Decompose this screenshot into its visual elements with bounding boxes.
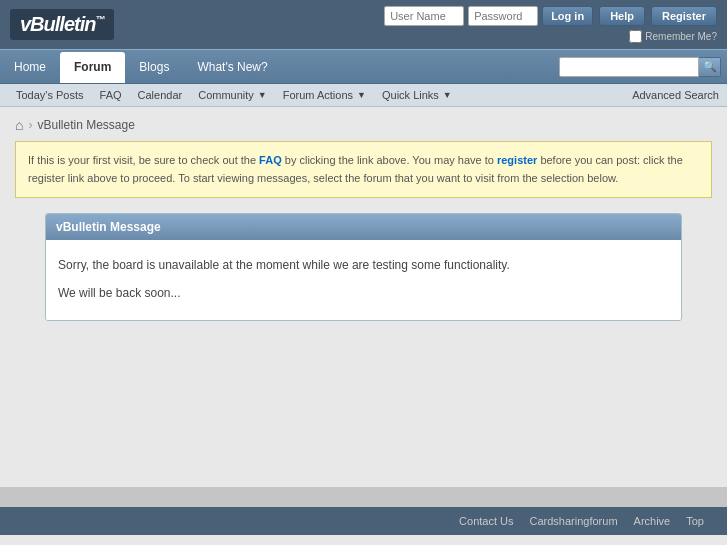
register-button[interactable]: Register: [651, 6, 717, 26]
notice-text-after-faq: by clicking the link above. You may have…: [282, 154, 497, 166]
home-icon[interactable]: ⌂: [15, 117, 23, 133]
help-button[interactable]: Help: [599, 6, 645, 26]
message-line1: Sorry, the board is unavailable at the m…: [58, 255, 669, 277]
nav-home[interactable]: Home: [0, 50, 60, 83]
nav-search: 🔍: [559, 50, 727, 83]
logo-tm: ™: [95, 14, 104, 25]
bottom-footer: All times are GMT. The time now is 07:08…: [0, 535, 727, 545]
login-button[interactable]: Log in: [542, 6, 593, 26]
login-form: Log in: [384, 6, 593, 26]
quick-links-caret: ▼: [443, 90, 452, 100]
search-input[interactable]: [559, 57, 699, 77]
subnav-calendar[interactable]: Calendar: [130, 87, 191, 103]
forum-actions-caret: ▼: [357, 90, 366, 100]
main-content: ⌂ › vBulletin Message If this is your fi…: [0, 107, 727, 487]
nav-forum[interactable]: Forum: [60, 52, 125, 83]
footer-archive[interactable]: Archive: [626, 515, 679, 527]
message-body: Sorry, the board is unavailable at the m…: [46, 240, 681, 320]
nav-blogs[interactable]: Blogs: [125, 50, 183, 83]
password-input[interactable]: [468, 6, 538, 26]
notice-text-before-faq: If this is your first visit, be sure to …: [28, 154, 259, 166]
top-right-controls: Log in Help Register Remember Me?: [384, 6, 717, 43]
breadcrumb-separator: ›: [28, 118, 32, 132]
footer-bar: Contact Us Cardsharingforum Archive Top: [0, 507, 727, 535]
message-container: vBulletin Message Sorry, the board is un…: [45, 213, 682, 321]
subnav-todays-posts[interactable]: Today's Posts: [8, 87, 92, 103]
community-caret: ▼: [258, 90, 267, 100]
subnav-forum-actions[interactable]: Forum Actions ▼: [275, 87, 374, 103]
message-header: vBulletin Message: [46, 214, 681, 240]
nav-whats-new[interactable]: What's New?: [183, 50, 281, 83]
navbar: Home Forum Blogs What's New? 🔍: [0, 49, 727, 84]
breadcrumb: ⌂ › vBulletin Message: [15, 117, 712, 133]
header: vBulletin™ Log in Help Register Remember…: [0, 0, 727, 49]
username-input[interactable]: [384, 6, 464, 26]
subnav: Today's Posts FAQ Calendar Community ▼ F…: [0, 84, 727, 107]
remember-me-checkbox[interactable]: [629, 30, 642, 43]
notice-box: If this is your first visit, be sure to …: [15, 141, 712, 198]
remember-me-label: Remember Me?: [645, 31, 717, 42]
footer-contact-us[interactable]: Contact Us: [451, 515, 521, 527]
logo: vBulletin™: [10, 9, 114, 40]
message-line2: We will be back soon...: [58, 283, 669, 305]
logo-text: vBulletin™: [10, 9, 114, 40]
faq-link[interactable]: FAQ: [259, 154, 282, 166]
advanced-search-link[interactable]: Advanced Search: [632, 89, 719, 101]
register-link[interactable]: register: [497, 154, 537, 166]
subnav-quick-links[interactable]: Quick Links ▼: [374, 87, 460, 103]
footer-top[interactable]: Top: [678, 515, 712, 527]
subnav-community[interactable]: Community ▼: [190, 87, 275, 103]
subnav-faq[interactable]: FAQ: [92, 87, 130, 103]
remember-me-row: Remember Me?: [629, 30, 717, 43]
search-button[interactable]: 🔍: [699, 57, 721, 77]
breadcrumb-title: vBulletin Message: [37, 118, 134, 132]
footer-cardsharingforum[interactable]: Cardsharingforum: [522, 515, 626, 527]
top-buttons: Log in Help Register: [384, 6, 717, 26]
